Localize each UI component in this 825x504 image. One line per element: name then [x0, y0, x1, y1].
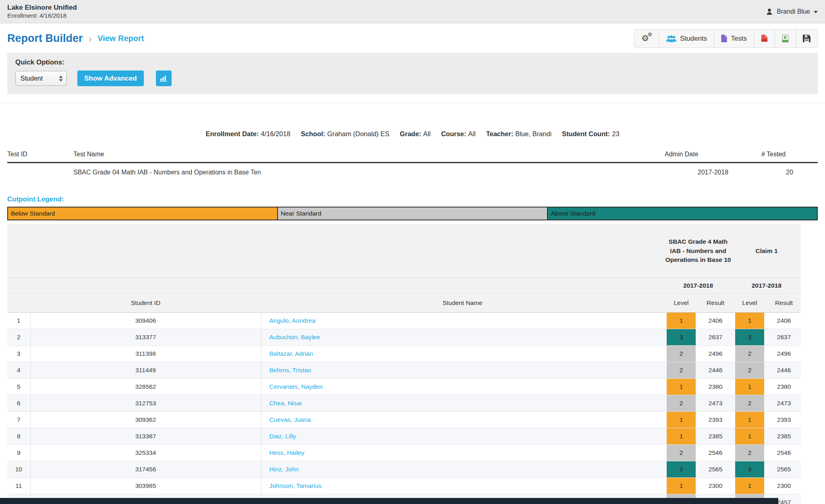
report-info-field: Enrollment Date:4/16/2018 — [205, 130, 290, 137]
row-number: 9 — [7, 445, 30, 461]
student-id-cell: 313387 — [30, 428, 261, 445]
test-group-year: 2017-2018 — [664, 278, 732, 294]
result-cell: 2473 — [767, 395, 801, 412]
user-name: Brandi Blue — [777, 8, 810, 15]
student-name-link[interactable]: Cuevas, Juana — [269, 416, 311, 423]
level-badge: 2 — [735, 395, 764, 411]
student-row: 7309362Cuevas, Juana1239312393 — [7, 412, 801, 428]
export-excel-button[interactable] — [775, 29, 796, 48]
tests-header-test-name: Test Name — [73, 147, 665, 163]
student-id-cell: 303985 — [30, 478, 261, 494]
students-button[interactable]: Students — [659, 29, 714, 48]
student-row: 4311449Behrns, Tristan2244622446 — [7, 362, 801, 379]
tests-table-body: SBAC Grade 04 Math IAB - Numbers and Ope… — [7, 163, 818, 183]
result-cell: 2393 — [699, 412, 732, 428]
result-cell: 2446 — [699, 362, 732, 379]
col-result-2: Result — [767, 294, 801, 313]
test-row: SBAC Grade 04 Math IAB - Numbers and Ope… — [7, 163, 818, 183]
result-cell: 2546 — [699, 445, 732, 461]
col-result-1: Result — [699, 294, 732, 313]
num-tested-cell: 20 — [761, 163, 818, 183]
breadcrumb-report-builder[interactable]: Report Builder — [7, 32, 83, 45]
level-cell: 1 — [732, 478, 767, 494]
select-stepper-icon — [59, 75, 63, 81]
tests-header-admin-date: Admin Date — [665, 147, 761, 163]
level-cell: 1 — [732, 428, 767, 445]
chart-view-button[interactable] — [156, 71, 172, 86]
student-name-link[interactable]: Diaz, Lilly — [269, 433, 296, 440]
horizontal-scrollbar[interactable] — [0, 498, 778, 504]
student-name-cell: Angulo, Aundrea — [261, 313, 664, 329]
quick-options-select[interactable]: Student — [15, 71, 67, 86]
test-id-cell — [7, 163, 73, 183]
breadcrumb-view-report[interactable]: View Report — [97, 34, 144, 43]
show-advanced-button[interactable]: Show Advanced — [77, 71, 144, 86]
col-level-2: Level — [732, 294, 767, 313]
cutpoint-legend-bar: Below StandardNear StandardAbove Standar… — [7, 207, 818, 220]
row-number: 1 — [7, 313, 30, 329]
level-badge: 2 — [735, 445, 764, 461]
level-badge: 3 — [667, 461, 696, 477]
report-info-field: School:Graham (Donald) ES — [301, 130, 390, 137]
row-number: 7 — [7, 412, 30, 428]
level-badge: 2 — [735, 346, 764, 362]
level-badge: 2 — [667, 346, 696, 362]
student-name-link[interactable]: Johnson, Tamarius — [269, 482, 322, 489]
level-cell: 1 — [664, 412, 699, 428]
level-badge: 2 — [735, 362, 764, 378]
student-row: 1309406Angulo, Aundrea1240612406 — [7, 313, 801, 329]
level-cell: 1 — [732, 379, 767, 395]
level-badge: 1 — [667, 428, 696, 444]
student-row: 11303985Johnson, Tamarius1230012300 — [7, 478, 801, 494]
result-cell: 2406 — [767, 313, 801, 329]
student-name-link[interactable]: Aubuchon, Baylee — [269, 334, 320, 340]
level-badge: 3 — [667, 329, 696, 345]
level-cell: 2 — [664, 395, 699, 412]
save-report-button[interactable] — [796, 29, 818, 48]
level-badge: 1 — [735, 478, 764, 494]
bar-chart-icon — [160, 75, 168, 82]
result-cell: 2496 — [767, 346, 801, 362]
student-name-cell: Hinz, John — [261, 461, 664, 478]
row-number: 4 — [7, 362, 30, 379]
student-name-link[interactable]: Cervantes, Nayden — [269, 383, 323, 390]
level-badge: 1 — [667, 379, 696, 395]
tests-button-label: Tests — [731, 35, 747, 43]
student-name-cell: Cuevas, Juana — [261, 412, 664, 428]
excel-file-icon — [782, 35, 789, 42]
legend-segment: Below Standard — [8, 207, 278, 220]
level-cell: 2 — [732, 445, 767, 461]
result-cell: 2446 — [767, 362, 801, 379]
top-bar: Lake Elsinore Unified Enrollment: 4/16/2… — [0, 0, 825, 23]
level-cell: 1 — [664, 478, 699, 494]
user-menu[interactable]: Brandi Blue — [766, 8, 818, 15]
student-id-cell: 311398 — [30, 346, 261, 362]
student-name-link[interactable]: Behrns, Tristan — [269, 367, 311, 373]
level-cell: 3 — [664, 461, 699, 478]
report-info-field: Course:All — [441, 130, 476, 137]
result-cell: 2473 — [699, 395, 732, 412]
legend-segment: Near Standard — [278, 207, 548, 220]
tests-button[interactable]: Tests — [714, 29, 754, 48]
result-cell: 2385 — [767, 428, 801, 445]
student-name-link[interactable]: Baltazar, Adrian — [269, 350, 313, 357]
level-badge: 1 — [667, 313, 696, 329]
students-group-icon — [666, 35, 676, 42]
student-name-cell: Cervantes, Nayden — [261, 379, 664, 395]
level-badge: 1 — [735, 379, 764, 395]
quick-options-panel: Quick Options: Student Show Advanced — [7, 53, 818, 94]
student-name-link[interactable]: Angulo, Aundrea — [269, 317, 316, 324]
student-id-cell: 317456 — [30, 461, 261, 478]
export-pdf-button[interactable] — [754, 29, 775, 48]
student-name-link[interactable]: Hinz, John — [269, 466, 299, 473]
level-cell: 3 — [732, 329, 767, 346]
report-settings-button[interactable]: ⚙⚙ — [634, 29, 659, 48]
student-name-link[interactable]: Chea, Nisai — [269, 400, 302, 407]
result-cell: 2393 — [767, 412, 801, 428]
student-row: 10317456Hinz, John3256532565 — [7, 461, 801, 478]
level-badge: 1 — [735, 313, 764, 329]
level-cell: 3 — [664, 329, 699, 346]
student-name-link[interactable]: Hess, Hailey — [269, 449, 305, 456]
level-badge: 1 — [667, 478, 696, 494]
save-icon — [803, 35, 810, 42]
